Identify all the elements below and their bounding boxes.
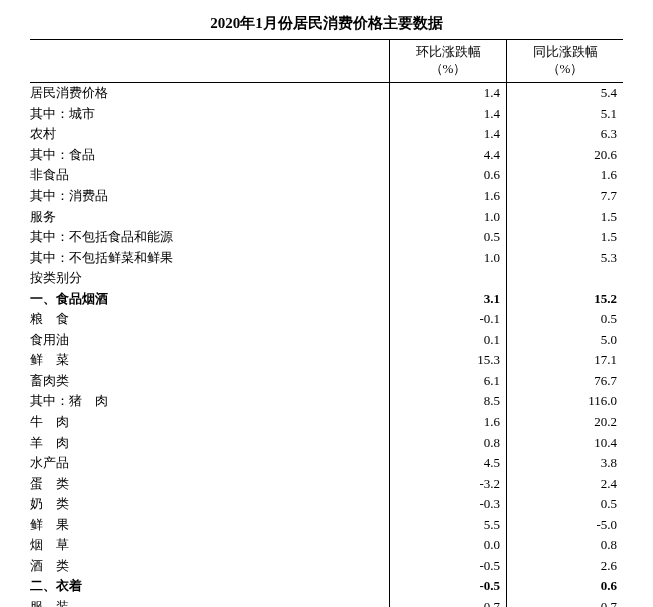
- row-yoy: 7.7: [507, 186, 624, 207]
- row-mom: -3.2: [390, 473, 507, 494]
- table-row: 食用油0.15.0: [30, 329, 623, 350]
- row-label: 一、食品烟酒: [30, 288, 390, 309]
- row-mom: 1.0: [390, 247, 507, 268]
- row-yoy: 6.3: [507, 124, 624, 145]
- row-label: 服务: [30, 206, 390, 227]
- row-mom: 6.1: [390, 370, 507, 391]
- row-label: 鲜 果: [30, 514, 390, 535]
- table-row: 其中：猪 肉8.5116.0: [30, 391, 623, 412]
- row-label: 畜肉类: [30, 370, 390, 391]
- row-label: 酒 类: [30, 555, 390, 576]
- row-yoy: 5.4: [507, 82, 624, 103]
- row-label: 烟 草: [30, 535, 390, 556]
- row-label: 按类别分: [30, 268, 390, 289]
- row-yoy: 76.7: [507, 370, 624, 391]
- row-mom: 0.6: [390, 165, 507, 186]
- row-yoy: 15.2: [507, 288, 624, 309]
- row-mom: 0.0: [390, 535, 507, 556]
- row-label: 食用油: [30, 329, 390, 350]
- page-title: 2020年1月份居民消费价格主要数据: [30, 14, 623, 33]
- row-yoy: [507, 268, 624, 289]
- row-yoy: 1.5: [507, 227, 624, 248]
- row-mom: 0.1: [390, 329, 507, 350]
- table-row: 其中：食品4.420.6: [30, 144, 623, 165]
- row-mom: 1.4: [390, 82, 507, 103]
- row-mom: 4.5: [390, 453, 507, 474]
- row-label: 鲜 菜: [30, 350, 390, 371]
- row-mom: 0.8: [390, 432, 507, 453]
- table-row: 鲜 果5.5-5.0: [30, 514, 623, 535]
- row-yoy: 20.2: [507, 412, 624, 433]
- row-mom: 1.6: [390, 412, 507, 433]
- row-mom: 3.1: [390, 288, 507, 309]
- table-row: 羊 肉0.810.4: [30, 432, 623, 453]
- row-yoy: 1.6: [507, 165, 624, 186]
- table-row: 二、衣着-0.50.6: [30, 576, 623, 597]
- row-label: 蛋 类: [30, 473, 390, 494]
- table-row: 服务1.01.5: [30, 206, 623, 227]
- row-label: 水产品: [30, 453, 390, 474]
- table-row: 其中：不包括鲜菜和鲜果1.05.3: [30, 247, 623, 268]
- row-yoy: 2.6: [507, 555, 624, 576]
- row-yoy: 0.7: [507, 596, 624, 607]
- row-label: 其中：消费品: [30, 186, 390, 207]
- row-label: 服 装: [30, 596, 390, 607]
- table-row: 烟 草0.00.8: [30, 535, 623, 556]
- row-mom: 1.4: [390, 124, 507, 145]
- table-row: 农村1.46.3: [30, 124, 623, 145]
- table-row: 非食品0.61.6: [30, 165, 623, 186]
- row-yoy: 3.8: [507, 453, 624, 474]
- table-row: 其中：消费品1.67.7: [30, 186, 623, 207]
- row-mom: 4.4: [390, 144, 507, 165]
- row-mom: 1.4: [390, 103, 507, 124]
- row-yoy: 10.4: [507, 432, 624, 453]
- table-row: 酒 类-0.52.6: [30, 555, 623, 576]
- row-yoy: 2.4: [507, 473, 624, 494]
- table-row: 粮 食-0.10.5: [30, 309, 623, 330]
- row-mom: 1.0: [390, 206, 507, 227]
- row-mom: -0.3: [390, 494, 507, 515]
- row-yoy: -5.0: [507, 514, 624, 535]
- table-row: 其中：不包括食品和能源0.51.5: [30, 227, 623, 248]
- row-mom: [390, 268, 507, 289]
- header-yoy: 同比涨跌幅（%）: [507, 40, 624, 83]
- header-blank: [30, 40, 390, 83]
- row-label: 其中：城市: [30, 103, 390, 124]
- row-yoy: 5.0: [507, 329, 624, 350]
- row-label: 其中：食品: [30, 144, 390, 165]
- row-label: 其中：猪 肉: [30, 391, 390, 412]
- row-yoy: 5.3: [507, 247, 624, 268]
- row-mom: -0.5: [390, 555, 507, 576]
- row-yoy: 0.5: [507, 494, 624, 515]
- row-yoy: 20.6: [507, 144, 624, 165]
- row-mom: 0.5: [390, 227, 507, 248]
- row-label: 农村: [30, 124, 390, 145]
- table-row: 按类别分: [30, 268, 623, 289]
- row-label: 其中：不包括鲜菜和鲜果: [30, 247, 390, 268]
- row-yoy: 0.6: [507, 576, 624, 597]
- table-row: 一、食品烟酒3.115.2: [30, 288, 623, 309]
- row-yoy: 17.1: [507, 350, 624, 371]
- table-row: 蛋 类-3.22.4: [30, 473, 623, 494]
- header-row: 环比涨跌幅（%） 同比涨跌幅（%）: [30, 40, 623, 83]
- row-yoy: 0.5: [507, 309, 624, 330]
- row-mom: -0.7: [390, 596, 507, 607]
- cpi-table: 环比涨跌幅（%） 同比涨跌幅（%） 居民消费价格1.45.4其中：城市1.45.…: [30, 39, 623, 607]
- table-row: 服 装-0.70.7: [30, 596, 623, 607]
- row-mom: -0.1: [390, 309, 507, 330]
- row-label: 牛 肉: [30, 412, 390, 433]
- row-mom: 1.6: [390, 186, 507, 207]
- row-yoy: 116.0: [507, 391, 624, 412]
- row-mom: 15.3: [390, 350, 507, 371]
- row-yoy: 5.1: [507, 103, 624, 124]
- header-mom: 环比涨跌幅（%）: [390, 40, 507, 83]
- row-label: 奶 类: [30, 494, 390, 515]
- row-label: 粮 食: [30, 309, 390, 330]
- table-row: 水产品4.53.8: [30, 453, 623, 474]
- row-mom: 5.5: [390, 514, 507, 535]
- table-row: 奶 类-0.30.5: [30, 494, 623, 515]
- row-mom: -0.5: [390, 576, 507, 597]
- row-label: 二、衣着: [30, 576, 390, 597]
- table-row: 牛 肉1.620.2: [30, 412, 623, 433]
- table-row: 畜肉类6.176.7: [30, 370, 623, 391]
